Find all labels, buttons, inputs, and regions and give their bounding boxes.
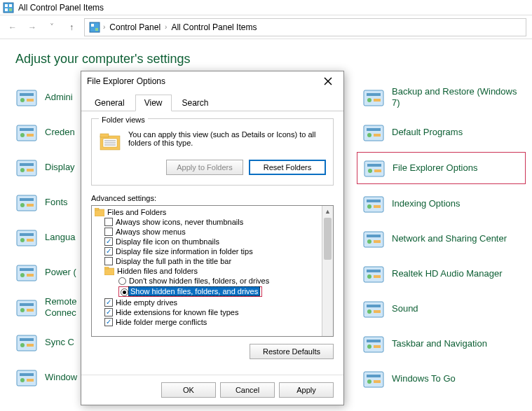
svg-rect-31	[27, 274, 34, 277]
close-button[interactable]	[318, 74, 338, 89]
cp-item[interactable]: Taskbar and Navigation	[362, 333, 520, 355]
svg-point-10	[20, 98, 25, 102]
svg-rect-52	[364, 161, 384, 176]
tree-item[interactable]: Hide folder merge conflicts	[95, 317, 330, 327]
radio[interactable]	[121, 288, 128, 296]
tree-item-label: Hidden files and folders	[117, 267, 198, 275]
control-panel-icon	[3, 2, 14, 13]
svg-rect-44	[364, 90, 383, 106]
svg-rect-41	[20, 373, 34, 376]
reset-folders-button[interactable]: Reset Folders	[249, 160, 326, 175]
cancel-button[interactable]: Cancel	[220, 382, 275, 398]
cp-item-label: Indexing Options	[392, 198, 461, 209]
cp-item[interactable]: Indexing Options	[362, 193, 520, 215]
tree-item[interactable]: Display file icon on thumbnails	[95, 237, 330, 246]
svg-rect-60	[364, 232, 383, 247]
cp-item[interactable]: Network and Sharing Center	[362, 228, 520, 250]
svg-rect-71	[374, 310, 381, 313]
cp-item-icon	[362, 228, 385, 250]
svg-rect-15	[27, 134, 34, 137]
svg-rect-3	[5, 8, 8, 11]
cp-item[interactable]: Realtek HD Audio Manager	[362, 263, 520, 285]
forward-button[interactable]: →	[25, 20, 39, 34]
tree-item[interactable]: Hide extensions for known file types	[95, 307, 330, 317]
checkbox[interactable]	[104, 218, 113, 226]
tab-search[interactable]: Search	[173, 95, 218, 111]
svg-point-38	[20, 343, 25, 347]
svg-rect-53	[367, 164, 381, 167]
cp-item[interactable]: Backup and Restore (Windows 7)	[362, 86, 520, 109]
history-dropdown[interactable]: ˅	[45, 20, 59, 34]
checkbox[interactable]	[104, 298, 113, 307]
apply-button[interactable]: Apply	[279, 382, 334, 398]
tree-item[interactable]: Always show icons, never thumbnails	[95, 217, 330, 227]
up-button[interactable]: ↑	[64, 20, 79, 34]
breadcrumb-root[interactable]: Control Panel	[108, 22, 162, 32]
cp-item-icon	[362, 263, 385, 285]
checkbox[interactable]	[104, 308, 113, 316]
tab-body-view: Folder views You can apply this view (su…	[81, 111, 343, 375]
svg-rect-29	[20, 268, 34, 271]
tree-item[interactable]: Show hidden files, folders, and drives	[95, 286, 330, 298]
scrollbar[interactable]: ▲	[322, 206, 333, 336]
cp-item-icon	[362, 368, 385, 390]
cp-item-label: Network and Sharing Center	[392, 233, 507, 244]
svg-rect-55	[374, 169, 381, 172]
svg-rect-59	[374, 205, 381, 208]
tab-view[interactable]: View	[135, 95, 172, 111]
svg-rect-27	[27, 239, 34, 242]
ok-button[interactable]: OK	[161, 382, 216, 398]
tree-item[interactable]: Don't show hidden files, folders, or dri…	[95, 276, 330, 286]
svg-rect-21	[20, 198, 34, 201]
scroll-thumb[interactable]	[324, 218, 332, 260]
folder-views-group: Folder views You can apply this view (su…	[91, 118, 334, 186]
tree-item[interactable]: Hide empty drives	[95, 298, 330, 307]
tree-item[interactable]: Always show menus	[95, 227, 330, 237]
svg-point-22	[20, 203, 25, 207]
svg-rect-61	[367, 235, 381, 237]
tree-item[interactable]: Hidden files and folders	[95, 266, 330, 276]
cp-item[interactable]: File Explorer Options	[357, 152, 526, 184]
svg-point-58	[367, 204, 371, 209]
checkbox[interactable]	[104, 228, 113, 236]
chevron-icon: ›	[103, 23, 105, 31]
cp-item-label: Fonts	[45, 197, 68, 208]
svg-rect-45	[367, 93, 381, 96]
cp-item[interactable]: Default Programs	[362, 121, 520, 144]
advanced-settings-tree[interactable]: Files and FoldersAlways show icons, neve…	[91, 205, 334, 337]
cp-item[interactable]: Sound	[362, 298, 520, 320]
tree-item-label: Display the full path in the title bar	[116, 257, 231, 265]
checkbox[interactable]	[104, 257, 113, 265]
window-titlebar: All Control Panel Items	[0, 0, 532, 15]
svg-point-66	[367, 274, 371, 279]
tree-root[interactable]: Files and Folders	[95, 207, 330, 217]
address-bar[interactable]: › Control Panel › All Control Panel Item…	[84, 18, 526, 36]
cp-item[interactable]: Windows To Go	[362, 368, 520, 390]
apply-to-folders-button[interactable]: Apply to Folders	[166, 160, 243, 175]
restore-defaults-button[interactable]: Restore Defaults	[250, 344, 334, 359]
svg-rect-13	[20, 128, 34, 131]
svg-rect-63	[374, 240, 381, 243]
svg-rect-39	[27, 344, 34, 347]
radio[interactable]	[118, 277, 126, 285]
checkbox[interactable]	[104, 237, 113, 246]
tree-item[interactable]: Display file size information in folder …	[95, 246, 330, 256]
breadcrumb-leaf[interactable]: All Control Panel Items	[170, 22, 258, 32]
svg-point-46	[367, 98, 371, 102]
tree-item[interactable]: Display the full path in the title bar	[95, 256, 330, 266]
svg-rect-4	[9, 8, 12, 11]
tab-general[interactable]: General	[86, 95, 134, 111]
cp-item-label: Realtek HD Audio Manager	[392, 268, 503, 279]
svg-point-42	[20, 378, 25, 382]
checkbox[interactable]	[104, 318, 113, 326]
scroll-up-icon[interactable]: ▲	[322, 206, 333, 217]
folder-views-icon	[99, 130, 121, 153]
checkbox[interactable]	[104, 247, 113, 256]
back-button[interactable]: ←	[6, 20, 20, 34]
svg-point-34	[20, 308, 25, 312]
svg-rect-36	[17, 335, 36, 351]
svg-rect-75	[374, 345, 381, 348]
cp-item-label: Backup and Restore (Windows 7)	[392, 86, 520, 108]
cp-item-icon	[15, 121, 38, 144]
svg-point-30	[20, 273, 25, 277]
